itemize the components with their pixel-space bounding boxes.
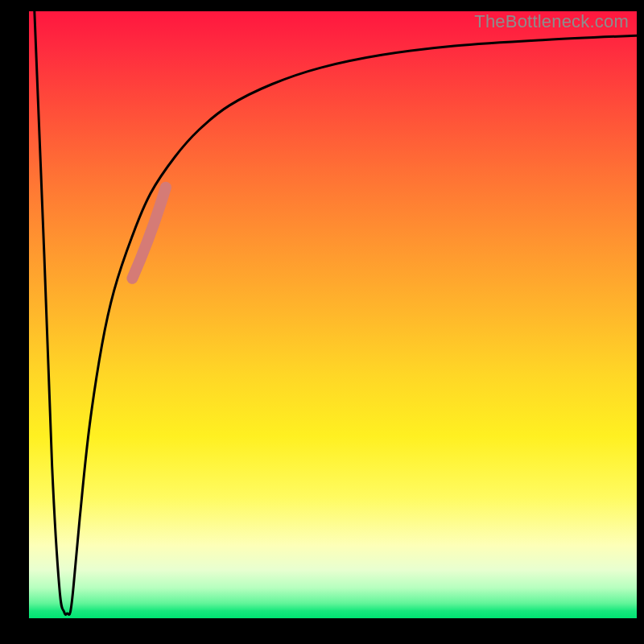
highlight-segment [132,188,166,279]
watermark-text: TheBottleneck.com [474,11,629,32]
plot-area: TheBottleneck.com [29,11,637,618]
chart-frame: TheBottleneck.com [0,0,644,644]
curve-svg [29,11,637,618]
bottleneck-curve [35,11,637,614]
